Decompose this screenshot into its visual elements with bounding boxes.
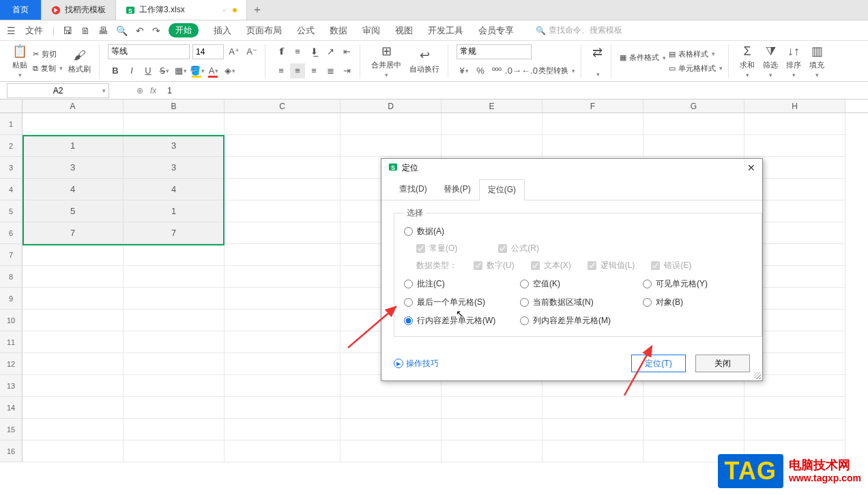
- row-header[interactable]: 11: [0, 331, 23, 353]
- row-header[interactable]: 16: [0, 440, 23, 462]
- align-right-button[interactable]: ≡: [306, 63, 321, 78]
- cell[interactable]: [23, 288, 124, 310]
- row-header[interactable]: 3: [0, 157, 23, 179]
- cell[interactable]: [225, 266, 341, 288]
- save-icon[interactable]: 🖫: [63, 25, 72, 36]
- row-header[interactable]: 9: [0, 288, 23, 310]
- copy-button[interactable]: ⧉复制: [33, 63, 63, 74]
- undo-button[interactable]: ↶: [136, 25, 144, 36]
- align-middle-button[interactable]: ≡: [290, 44, 305, 59]
- hamburger-icon[interactable]: ☰: [7, 25, 16, 36]
- command-search[interactable]: 🔍 查找命令、搜索模板: [536, 25, 622, 36]
- tab-menu-icon[interactable]: ▫: [223, 5, 226, 15]
- font-color-button[interactable]: A: [206, 63, 221, 78]
- bold-button[interactable]: B: [108, 63, 123, 78]
- align-center-button[interactable]: ≡: [290, 63, 305, 78]
- cell[interactable]: 3: [23, 157, 124, 179]
- close-button[interactable]: 关闭: [695, 355, 750, 372]
- increase-font-button[interactable]: A⁺: [227, 44, 242, 59]
- tab-workbook[interactable]: S 工作簿3.xlsx ▫: [116, 0, 247, 20]
- wrap-text-button[interactable]: ↩自动换行: [407, 48, 442, 74]
- cell[interactable]: [643, 135, 744, 157]
- row-header[interactable]: 13: [0, 375, 23, 397]
- row-header[interactable]: 10: [0, 310, 23, 331]
- indent-dec-button[interactable]: ⇤: [339, 44, 354, 59]
- cell[interactable]: 7: [23, 222, 124, 244]
- name-box[interactable]: A2: [7, 83, 109, 98]
- tab-goto[interactable]: 定位(G): [479, 179, 525, 200]
- menu-insert[interactable]: 插入: [212, 25, 233, 37]
- cell[interactable]: [341, 113, 442, 135]
- opt-col-diff[interactable]: 列内容差异单元格(M): [520, 315, 643, 327]
- cell[interactable]: [23, 331, 124, 353]
- col-header[interactable]: E: [442, 100, 542, 112]
- cell[interactable]: [442, 113, 542, 135]
- tab-home[interactable]: 首页: [0, 0, 42, 20]
- italic-button[interactable]: I: [124, 63, 139, 78]
- cell[interactable]: [442, 135, 542, 157]
- col-header[interactable]: D: [341, 100, 442, 112]
- row-header[interactable]: 14: [0, 397, 23, 419]
- cell[interactable]: [124, 419, 225, 440]
- clear-format-button[interactable]: ◈: [222, 63, 237, 78]
- cell[interactable]: [225, 113, 341, 135]
- row-header[interactable]: 4: [0, 179, 23, 200]
- cell[interactable]: [341, 135, 442, 157]
- cell[interactable]: [225, 375, 341, 397]
- cell[interactable]: [442, 397, 542, 419]
- cell[interactable]: [744, 135, 845, 157]
- opt-row-diff[interactable]: 行内容差异单元格(W): [404, 315, 520, 327]
- cell[interactable]: [225, 397, 341, 419]
- menu-data[interactable]: 数据: [328, 25, 349, 37]
- cell[interactable]: 1: [124, 200, 225, 222]
- col-header[interactable]: A: [23, 100, 124, 112]
- font-name-combo[interactable]: [108, 44, 190, 59]
- cond-format-button[interactable]: ▦条件格式: [620, 52, 666, 63]
- cell[interactable]: 5: [23, 200, 124, 222]
- cell[interactable]: [542, 135, 643, 157]
- print-preview-icon[interactable]: 🔍: [116, 25, 128, 36]
- cell[interactable]: [225, 200, 341, 222]
- cell[interactable]: 7: [124, 222, 225, 244]
- cell[interactable]: [225, 419, 341, 440]
- cell[interactable]: [23, 419, 124, 440]
- cell[interactable]: [542, 397, 643, 419]
- cell[interactable]: [542, 419, 643, 440]
- col-header[interactable]: G: [643, 100, 744, 112]
- cell[interactable]: [225, 157, 341, 179]
- number-format-combo[interactable]: [457, 44, 532, 59]
- menu-review[interactable]: 审阅: [361, 25, 381, 37]
- align-bottom-button[interactable]: ⬇̲: [306, 44, 321, 59]
- tab-replace[interactable]: 替换(P): [435, 179, 479, 200]
- cell-style-button[interactable]: ▭单元格样式: [669, 63, 723, 74]
- dialog-titlebar[interactable]: S 定位 ✕: [381, 159, 762, 177]
- cell[interactable]: [23, 266, 124, 288]
- cell[interactable]: [225, 179, 341, 200]
- cell[interactable]: [542, 113, 643, 135]
- cell[interactable]: [124, 397, 225, 419]
- currency-button[interactable]: ¥: [457, 63, 472, 78]
- cell[interactable]: [744, 419, 845, 440]
- cell[interactable]: [643, 113, 744, 135]
- cell[interactable]: 1: [23, 135, 124, 157]
- cell[interactable]: [542, 440, 643, 462]
- underline-button[interactable]: U: [141, 63, 156, 78]
- format-painter-button[interactable]: 🖌格式刷: [66, 48, 93, 74]
- dialog-close-button[interactable]: ✕: [747, 162, 755, 173]
- align-top-button[interactable]: ⬆̄: [274, 44, 289, 59]
- opt-object[interactable]: 对象(B): [643, 297, 752, 308]
- cell[interactable]: [225, 288, 341, 310]
- redo-button[interactable]: ↷: [152, 25, 160, 36]
- tab-templates[interactable]: 找稻壳模板: [42, 0, 116, 20]
- cell[interactable]: [23, 310, 124, 331]
- row-header[interactable]: 7: [0, 244, 23, 266]
- fill-button[interactable]: ▥填充: [807, 44, 827, 78]
- dec-inc-button[interactable]: .0→: [506, 63, 521, 78]
- dec-dec-button[interactable]: ←.0: [522, 63, 537, 78]
- cell[interactable]: [225, 310, 341, 331]
- cell[interactable]: [225, 331, 341, 353]
- percent-button[interactable]: %: [473, 63, 488, 78]
- save-as-icon[interactable]: 🗎: [81, 25, 90, 36]
- cell[interactable]: [124, 375, 225, 397]
- cell[interactable]: [23, 244, 124, 266]
